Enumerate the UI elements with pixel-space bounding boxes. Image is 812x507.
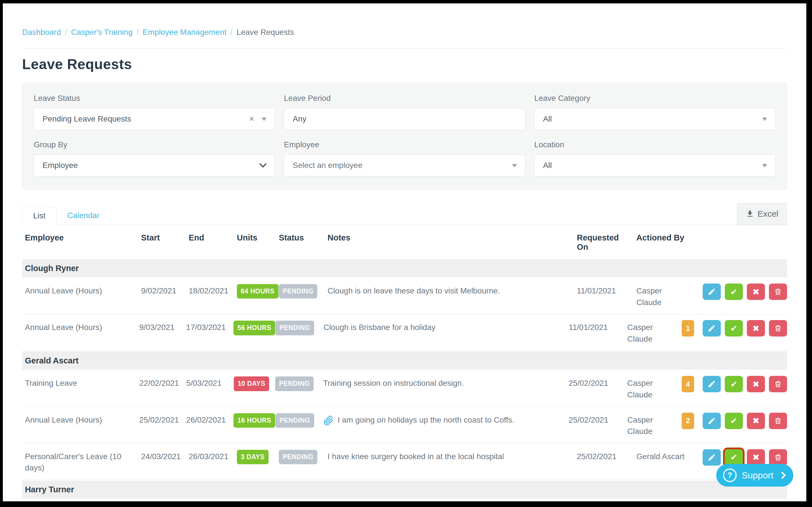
end-date-cell: 5/03/2021 <box>186 376 234 389</box>
clear-icon[interactable]: × <box>249 114 255 123</box>
leave-type-cell: Training Leave <box>22 376 140 389</box>
note-text: Training session on instructional design… <box>323 378 464 389</box>
units-badge: 64 HOURS <box>237 284 278 298</box>
status-badge: PENDING <box>279 450 317 464</box>
decline-button[interactable]: ✖ <box>747 320 765 336</box>
status-badge: PENDING <box>279 284 317 298</box>
status-badge: PENDING <box>275 321 314 335</box>
header-requested-on: Requested On <box>577 233 636 252</box>
leave-status-field: Leave Status Pending Leave Requests × <box>34 94 275 130</box>
group-header-row: Clough Ryner <box>22 259 787 277</box>
breadcrumb-caspers-training[interactable]: Casper's Training <box>71 28 132 37</box>
leave-period-value: Any <box>293 114 306 123</box>
location-value: All <box>543 161 552 170</box>
header-employee: Employee <box>22 233 141 242</box>
actions-cell: ✔✖ <box>692 449 787 466</box>
leave-request-row: Annual Leave (Hours)25/02/202126/02/2021… <box>22 407 787 444</box>
breadcrumb-employee-management[interactable]: Employee Management <box>143 28 227 37</box>
note-text: I am going on holidays up the north coas… <box>338 414 515 426</box>
help-question-icon: ? <box>723 468 737 482</box>
notes-cell: I have knee surgery booked in at the loc… <box>328 449 577 462</box>
support-button[interactable]: ? Support <box>716 464 793 487</box>
decline-button[interactable]: ✖ <box>747 284 765 300</box>
delete-button[interactable] <box>769 376 787 392</box>
start-date-cell: 25/02/2021 <box>139 413 186 426</box>
decline-button[interactable]: ✖ <box>747 449 765 466</box>
actioned-by-cell: Casper Claude <box>627 320 682 345</box>
leave-request-row: Personal/Carer's Leave (10 days)24/03/20… <box>22 444 787 480</box>
pencil-icon <box>707 417 716 425</box>
units-badge: 3 DAYS <box>237 450 269 464</box>
actions-cell: 2✔✖ <box>682 413 787 429</box>
trash-icon <box>774 324 782 333</box>
caret-down-icon <box>262 118 267 121</box>
trash-icon <box>774 453 782 462</box>
status-badge: PENDING <box>275 377 314 391</box>
requested-on-cell: 11/01/2021 <box>569 320 627 333</box>
group-by-label: Group By <box>34 140 275 149</box>
breadcrumb: Dashboard / Casper's Training / Employee… <box>22 28 787 37</box>
decline-button[interactable]: ✖ <box>747 376 765 392</box>
leave-status-select[interactable]: Pending Leave Requests × <box>34 108 275 130</box>
edit-button[interactable] <box>703 320 721 336</box>
edit-button[interactable] <box>703 449 721 466</box>
approve-button[interactable]: ✔ <box>725 284 743 300</box>
actions-cell: ✔✖ <box>692 284 787 300</box>
units-badge: 10 DAYS <box>234 377 269 391</box>
trash-icon <box>774 380 782 388</box>
employee-field: Employee Select an employee <box>284 140 525 176</box>
leave-status-label: Leave Status <box>34 94 275 103</box>
notes-cell: Clough is on leave these days to visit M… <box>328 284 577 297</box>
screenshot-frame: Dashboard / Casper's Training / Employee… <box>0 0 812 507</box>
approve-button[interactable]: ✔ <box>725 449 743 466</box>
leave-period-input[interactable]: Any <box>284 108 525 130</box>
attachment-icon <box>324 414 334 426</box>
tab-calendar[interactable]: Calendar <box>57 206 110 225</box>
decline-button[interactable]: ✖ <box>747 413 765 429</box>
pencil-icon <box>707 324 716 333</box>
leave-category-label: Leave Category <box>534 94 775 103</box>
edit-button[interactable] <box>703 376 721 392</box>
pencil-icon <box>707 380 716 388</box>
delete-button[interactable] <box>769 320 787 336</box>
delete-button[interactable] <box>769 284 787 300</box>
note-text: Clough is on leave these days to visit M… <box>328 285 500 297</box>
page-title: Leave Requests <box>22 56 787 72</box>
comment-count-badge[interactable]: 4 <box>682 376 694 392</box>
caret-down-icon <box>512 164 517 167</box>
employee-select[interactable]: Select an employee <box>284 154 525 176</box>
location-select[interactable]: All <box>534 154 775 176</box>
leave-request-row: Personal/Carer's Leave (10 days)2/03/202… <box>22 499 787 501</box>
end-date-cell: 17/03/2021 <box>186 320 233 333</box>
group-by-value: Employee <box>43 161 78 170</box>
header-divider <box>22 48 787 49</box>
table-header-row: Employee Start End Units Status Notes Re… <box>22 225 787 259</box>
leave-type-cell: Annual Leave (Hours) <box>22 413 139 426</box>
requested-on-cell: 11/01/2021 <box>577 284 636 297</box>
group-by-field: Group By Employee <box>34 140 275 176</box>
breadcrumb-separator: / <box>137 28 139 37</box>
tab-list[interactable]: List <box>22 207 57 225</box>
header-start: Start <box>141 233 189 242</box>
leave-category-select[interactable]: All <box>534 108 775 130</box>
excel-button-label: Excel <box>758 209 778 219</box>
comment-count-badge[interactable]: 2 <box>682 413 694 429</box>
delete-button[interactable] <box>769 449 787 466</box>
comment-count-badge[interactable]: 1 <box>682 320 694 336</box>
header-units: Units <box>237 233 279 242</box>
actions-cell: 1✔✖ <box>682 320 787 336</box>
export-excel-button[interactable]: Excel <box>737 203 787 225</box>
approve-button[interactable]: ✔ <box>725 320 743 336</box>
end-date-cell: 26/03/2021 <box>189 449 237 462</box>
leave-requests-page: Dashboard / Casper's Training / Employee… <box>3 3 806 501</box>
edit-button[interactable] <box>703 284 721 300</box>
approve-button[interactable]: ✔ <box>725 413 743 429</box>
leave-period-field: Leave Period Any <box>284 94 525 130</box>
delete-button[interactable] <box>769 413 787 429</box>
approve-button[interactable]: ✔ <box>725 376 743 392</box>
edit-button[interactable] <box>703 413 721 429</box>
breadcrumb-leave-requests: Leave Requests <box>236 28 294 37</box>
group-by-select[interactable]: Employee <box>34 154 275 176</box>
leave-category-value: All <box>543 114 552 123</box>
breadcrumb-dashboard[interactable]: Dashboard <box>22 28 61 37</box>
